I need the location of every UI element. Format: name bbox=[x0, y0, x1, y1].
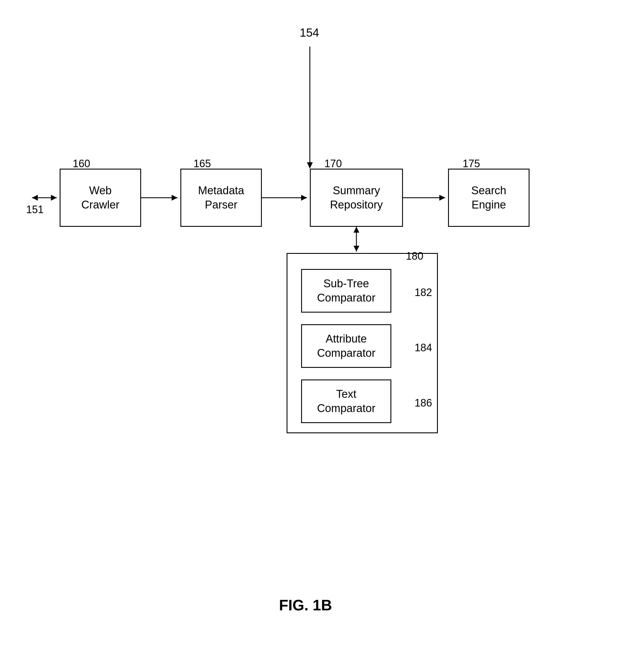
svg-marker-3 bbox=[32, 195, 38, 201]
search-engine-box: SearchEngine bbox=[448, 169, 529, 227]
subtree-comparator-label: Sub-TreeComparator bbox=[317, 277, 376, 305]
ref-165: 165 bbox=[194, 158, 211, 170]
svg-marker-4 bbox=[51, 195, 57, 201]
svg-marker-6 bbox=[172, 195, 177, 201]
svg-marker-13 bbox=[354, 246, 359, 251]
ref-160: 160 bbox=[73, 158, 90, 170]
diagram: 154 WebCrawler 160 MetadataParser 165 Su… bbox=[0, 0, 620, 672]
ref-184: 184 bbox=[415, 342, 432, 354]
ref-186: 186 bbox=[415, 397, 432, 409]
search-engine-label: SearchEngine bbox=[471, 183, 506, 212]
attribute-comparator-label: AttributeComparator bbox=[317, 332, 376, 360]
svg-marker-12 bbox=[354, 227, 359, 233]
text-comparator-box: TextComparator bbox=[301, 380, 391, 423]
subtree-comparator-box: Sub-TreeComparator bbox=[301, 269, 391, 313]
svg-marker-10 bbox=[439, 195, 445, 201]
ref-180: 180 bbox=[406, 250, 423, 262]
web-crawler-box: WebCrawler bbox=[60, 169, 141, 227]
text-comparator-label: TextComparator bbox=[317, 387, 376, 416]
ref-151: 151 bbox=[26, 204, 44, 216]
summary-repository-box: SummaryRepository bbox=[310, 169, 403, 227]
ref-182: 182 bbox=[415, 286, 432, 299]
summary-repository-label: SummaryRepository bbox=[330, 183, 383, 212]
figure-label: FIG. 1B bbox=[247, 597, 364, 614]
attribute-comparator-box: AttributeComparator bbox=[301, 324, 391, 368]
metadata-parser-box: MetadataParser bbox=[180, 169, 262, 227]
metadata-parser-label: MetadataParser bbox=[198, 183, 244, 212]
ref-154: 154 bbox=[300, 26, 319, 39]
svg-marker-1 bbox=[307, 162, 313, 169]
web-crawler-label: WebCrawler bbox=[82, 183, 119, 212]
ref-175: 175 bbox=[463, 158, 480, 170]
ref-170: 170 bbox=[324, 158, 342, 170]
svg-marker-8 bbox=[301, 195, 307, 201]
